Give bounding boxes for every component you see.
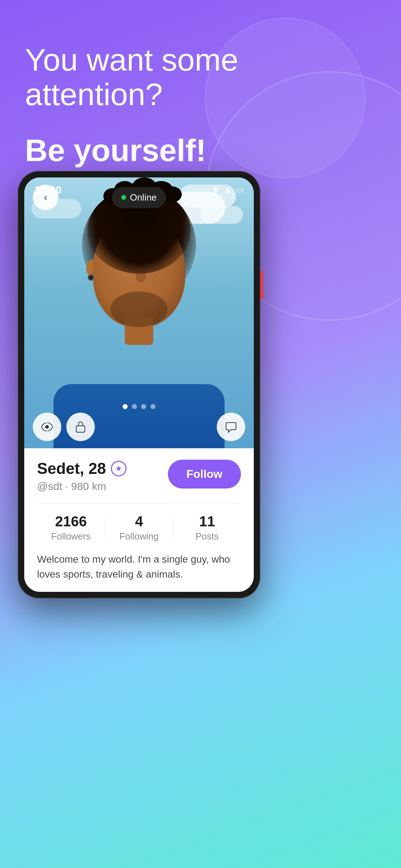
phone-frame: 12:30 ▼ ▲ ▭ ‹ Online ⋮ — [18, 171, 260, 598]
svg-point-0 — [45, 425, 49, 429]
wifi-icon: ▼ — [211, 185, 220, 195]
phone-device: 12:30 ▼ ▲ ▭ ‹ Online ⋮ — [18, 171, 260, 598]
star-icon: ★ — [115, 464, 122, 473]
profile-handle: @sdt — [37, 480, 62, 492]
dot-4 — [150, 404, 155, 409]
status-icons: ▼ ▲ ▭ — [211, 185, 244, 195]
distance-separator: · — [65, 480, 71, 492]
profile-handle-distance: @sdt · 980 km — [37, 480, 168, 492]
stat-followers[interactable]: 2166 Followers — [37, 513, 105, 542]
battery-icon: ▭ — [236, 185, 244, 195]
photo-bottom-controls — [24, 413, 254, 441]
followers-count: 2166 — [37, 513, 105, 529]
photo-dots-indicator — [123, 404, 155, 409]
profile-header: Sedet, 28 ★ @sdt · 980 km Follow — [37, 460, 241, 492]
profile-name-area: Sedet, 28 ★ @sdt · 980 km — [37, 460, 168, 492]
profile-photo-area: 12:30 ▼ ▲ ▭ ‹ Online ⋮ — [24, 177, 254, 448]
status-time: 12:30 — [34, 184, 62, 196]
header-title: You want some attention? — [25, 43, 238, 112]
person-nose — [135, 267, 146, 283]
chat-button[interactable] — [217, 413, 245, 441]
earring — [88, 274, 94, 281]
phone-screen: 12:30 ▼ ▲ ▭ ‹ Online ⋮ — [24, 177, 254, 592]
person-beard — [110, 291, 168, 327]
followers-label: Followers — [37, 531, 105, 542]
lock-button[interactable] — [66, 413, 95, 441]
dot-1 — [123, 404, 128, 409]
dot-3 — [141, 404, 146, 409]
eye-button[interactable] — [33, 413, 61, 441]
profile-name-row: Sedet, 28 ★ — [37, 460, 168, 477]
signal-icon: ▲ — [223, 185, 232, 195]
status-bar: 12:30 ▼ ▲ ▭ — [24, 177, 254, 202]
profile-bio: Welcome to my world. I'm a single guy, w… — [37, 552, 241, 582]
posts-label: Posts — [173, 531, 241, 542]
dot-2 — [132, 404, 137, 409]
phone-side-button — [260, 271, 263, 299]
verified-badge: ★ — [111, 461, 127, 476]
profile-info-section: Sedet, 28 ★ @sdt · 980 km Follow — [24, 448, 254, 592]
svg-rect-1 — [76, 426, 85, 432]
follow-button[interactable]: Follow — [168, 460, 241, 489]
chat-icon — [224, 421, 238, 433]
stats-row: 2166 Followers 4 Following 11 Posts — [37, 503, 241, 542]
header-title-line2: attention? — [25, 77, 163, 112]
profile-distance: 980 km — [71, 480, 106, 492]
header-text-block: You want some attention? Be yourself! — [25, 43, 238, 167]
following-count: 4 — [105, 513, 173, 529]
header-title-line1: You want some — [25, 42, 238, 77]
lock-icon — [76, 421, 86, 433]
profile-name: Sedet, 28 — [37, 460, 106, 477]
bottom-left-controls — [33, 413, 95, 441]
stat-posts[interactable]: 11 Posts — [173, 513, 241, 542]
stat-following[interactable]: 4 Following — [105, 513, 173, 542]
following-label: Following — [105, 531, 173, 542]
header-subtitle: Be yourself! — [25, 133, 238, 168]
eye-icon — [41, 423, 53, 431]
posts-count: 11 — [173, 513, 241, 529]
